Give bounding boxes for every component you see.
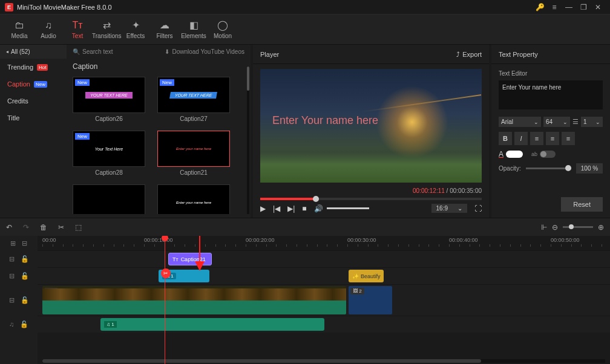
highlight-label: ab bbox=[531, 151, 537, 157]
library-scrollbar[interactable] bbox=[247, 67, 249, 214]
tool-motion[interactable]: ◯Motion bbox=[208, 19, 237, 39]
tool-transitions[interactable]: ⇄Transitions bbox=[92, 19, 121, 39]
redo-button[interactable]: ↷ bbox=[23, 223, 29, 232]
reset-button[interactable]: Reset bbox=[561, 197, 603, 212]
split-handle[interactable]: ✂ bbox=[161, 268, 171, 278]
caption-item[interactable]: Enter your name here Caption23 bbox=[157, 184, 230, 214]
caption-item[interactable]: NewYOUR TEXT HERE Caption26 bbox=[73, 77, 145, 122]
text-color-button[interactable]: A bbox=[499, 150, 523, 158]
export-button[interactable]: Export bbox=[456, 51, 482, 58]
font-size-select[interactable]: 64 bbox=[543, 117, 570, 127]
video-clip-2[interactable]: 🖼 2 bbox=[349, 286, 392, 314]
caption-item[interactable]: NewYour Text Here Caption28 bbox=[73, 131, 145, 176]
opacity-value: 100 % bbox=[576, 163, 603, 174]
text-track[interactable]: Caption21 bbox=[38, 250, 610, 267]
tool-filters[interactable]: ☁Filters bbox=[150, 19, 179, 39]
undo-button[interactable]: ↶ bbox=[6, 223, 12, 232]
timeline-ruler[interactable]: 00:00 00:00:10:00 00:00:20:00 00:00:30:0… bbox=[38, 236, 610, 250]
close-button[interactable]: ✕ bbox=[591, 3, 605, 11]
total-time: / 00:00:35:00 bbox=[447, 187, 482, 194]
tool-text[interactable]: TтText bbox=[63, 20, 92, 39]
beautify-clip[interactable]: Beautify bbox=[349, 270, 384, 282]
video-clip-1[interactable]: 🖼 1 bbox=[42, 286, 346, 314]
new-badge: New bbox=[160, 79, 174, 86]
stop-button[interactable]: ■ bbox=[302, 204, 306, 213]
volume-icon[interactable]: 🔊 bbox=[314, 204, 323, 213]
audio-icon: ♫ bbox=[34, 20, 63, 31]
opacity-slider[interactable] bbox=[526, 167, 571, 169]
sidebar-item-credits[interactable]: Credits bbox=[0, 93, 67, 109]
prev-frame-button[interactable]: |◀ bbox=[273, 204, 280, 213]
filters-icon: ☁ bbox=[150, 19, 179, 31]
zoom-slider[interactable] bbox=[563, 226, 593, 228]
aspect-ratio-select[interactable]: 16:9 bbox=[431, 204, 467, 213]
align-left-button[interactable]: ≡ bbox=[530, 132, 543, 145]
playhead[interactable] bbox=[165, 236, 165, 364]
text-editor-input[interactable]: Enter Your name here bbox=[499, 80, 603, 109]
timeline-scrollbar[interactable] bbox=[42, 359, 605, 363]
add-track-button[interactable]: ⊞ bbox=[10, 239, 16, 247]
app-logo: E bbox=[5, 3, 13, 11]
current-time: 00:00:12:11 bbox=[413, 187, 445, 194]
italic-button[interactable]: I bbox=[514, 132, 528, 145]
highlight-toggle[interactable] bbox=[540, 151, 556, 158]
zoom-out-button[interactable]: ⊖ bbox=[552, 223, 558, 232]
track-lock-button[interactable]: 🔓 bbox=[21, 255, 29, 263]
folder-icon: 🗀 bbox=[5, 20, 34, 31]
tool-effects[interactable]: ✦Effects bbox=[121, 19, 150, 39]
track-lock-button[interactable]: 🔓 bbox=[21, 272, 29, 280]
main-toolbar: 🗀Media ♫Audio TтText ⇄Transitions ✦Effec… bbox=[0, 15, 610, 45]
audio-track[interactable]: ♫ 1 bbox=[38, 316, 610, 333]
sidebar-header[interactable]: All (52) bbox=[0, 45, 67, 59]
track-type-video-icon: ⊟ bbox=[9, 296, 15, 304]
track-lock-button[interactable]: 🔓 bbox=[20, 320, 28, 328]
timeline-toolbar: ↶ ↷ 🗑 ✂ ⬚ ⊩ ⊖ ⊕ bbox=[0, 218, 610, 236]
minimize-button[interactable]: — bbox=[562, 3, 576, 11]
menu-icon[interactable]: ≡ bbox=[547, 3, 562, 11]
track-type-text-icon: ⊟ bbox=[9, 255, 15, 263]
transitions-icon: ⇄ bbox=[92, 19, 121, 31]
sidebar-item-trending[interactable]: TrendingHot bbox=[0, 59, 67, 76]
preview-viewport[interactable]: Enter Your name here bbox=[260, 69, 482, 183]
zoom-fit-button[interactable]: ⊩ bbox=[541, 223, 547, 232]
overlay-track[interactable]: 🖼 1 Beautify bbox=[38, 267, 610, 284]
playback-progress[interactable] bbox=[260, 198, 482, 200]
maximize-button[interactable]: ❐ bbox=[576, 3, 591, 11]
caption-item[interactable]: NewYOUR TEXT HERE Caption27 bbox=[157, 77, 230, 122]
text-library: Search text Download YouTube Videos Capt… bbox=[67, 45, 251, 218]
next-frame-button[interactable]: ▶| bbox=[287, 204, 295, 213]
split-button[interactable]: ✂ bbox=[58, 223, 64, 232]
tracks-area[interactable]: 00:00 00:00:10:00 00:00:20:00 00:00:30:0… bbox=[38, 236, 610, 364]
new-badge: New bbox=[75, 133, 90, 140]
player-panel: Player Export Enter Your name here 00:00… bbox=[253, 45, 489, 218]
tool-media[interactable]: 🗀Media bbox=[5, 20, 34, 39]
tool-elements[interactable]: ◧Elements bbox=[179, 19, 208, 39]
license-key-icon[interactable]: 🔑 bbox=[536, 3, 545, 11]
fullscreen-button[interactable]: ⛶ bbox=[474, 204, 482, 213]
sidebar-item-title[interactable]: Title bbox=[0, 109, 67, 126]
bold-button[interactable]: B bbox=[499, 132, 512, 145]
tool-audio[interactable]: ♫Audio bbox=[34, 20, 63, 39]
track-headers: ⊞⊟ ⊟🔓 ⊟🔓 ⊟🔓 ♫🔓 bbox=[0, 236, 38, 364]
audio-clip[interactable]: ♫ 1 bbox=[100, 318, 324, 331]
caption-item[interactable]: Caption22 bbox=[73, 184, 145, 214]
delete-button[interactable]: 🗑 bbox=[40, 223, 47, 232]
play-button[interactable]: ▶ bbox=[260, 204, 266, 213]
line-height-select[interactable]: 1 bbox=[581, 117, 603, 127]
collapse-tracks-button[interactable]: ⊟ bbox=[22, 239, 27, 247]
volume-slider[interactable] bbox=[327, 207, 369, 209]
font-select[interactable]: Arial bbox=[499, 117, 541, 127]
align-right-button[interactable]: ≡ bbox=[562, 132, 575, 145]
align-center-button[interactable]: ≡ bbox=[546, 132, 559, 145]
video-track[interactable]: 🖼 1 🖼 2 bbox=[38, 284, 610, 316]
track-lock-button[interactable]: 🔓 bbox=[21, 296, 29, 304]
search-input[interactable]: Search text bbox=[73, 48, 165, 55]
track-type-overlay-icon: ⊟ bbox=[9, 272, 15, 280]
sidebar-item-caption[interactable]: CaptionNew bbox=[0, 76, 67, 93]
player-title: Player bbox=[260, 51, 456, 58]
caption-item-selected[interactable]: Enter your name here Caption21 bbox=[157, 131, 230, 176]
main-area: All (52) TrendingHot CaptionNew Credits … bbox=[0, 45, 610, 218]
download-youtube-link[interactable]: Download YouTube Videos bbox=[165, 48, 244, 55]
crop-button[interactable]: ⬚ bbox=[75, 223, 82, 232]
zoom-in-button[interactable]: ⊕ bbox=[598, 223, 604, 232]
